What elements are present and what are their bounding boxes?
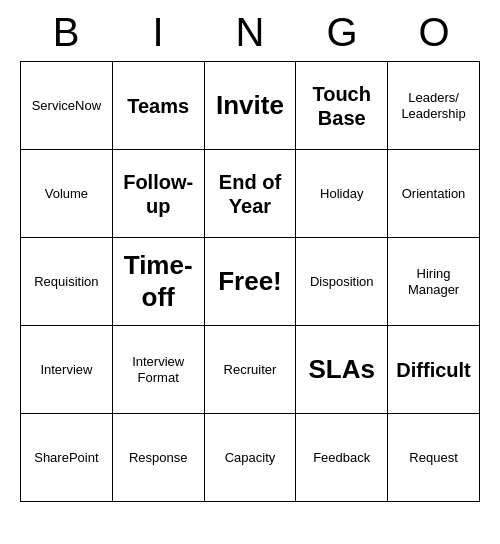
bingo-cell: Follow-up (112, 150, 204, 238)
bingo-cell: Time-off (112, 238, 204, 326)
bingo-cell: Interview (21, 326, 113, 414)
bingo-letter: O (392, 10, 476, 55)
bingo-cell: Touch Base (296, 62, 388, 150)
bingo-cell: Invite (204, 62, 296, 150)
bingo-cell: SLAs (296, 326, 388, 414)
bingo-cell: Difficult (388, 326, 480, 414)
bingo-cell: Request (388, 414, 480, 502)
bingo-cell: Requisition (21, 238, 113, 326)
bingo-cell: Recruiter (204, 326, 296, 414)
bingo-cell: Holiday (296, 150, 388, 238)
bingo-cell: Free! (204, 238, 296, 326)
bingo-cell: Leaders/ Leadership (388, 62, 480, 150)
bingo-cell: Orientation (388, 150, 480, 238)
bingo-cell: End of Year (204, 150, 296, 238)
bingo-letter: B (24, 10, 108, 55)
bingo-cell: Interview Format (112, 326, 204, 414)
bingo-cell: Teams (112, 62, 204, 150)
bingo-cell: Volume (21, 150, 113, 238)
bingo-letter: I (116, 10, 200, 55)
bingo-cell: Feedback (296, 414, 388, 502)
bingo-cell: SharePoint (21, 414, 113, 502)
bingo-cell: Capacity (204, 414, 296, 502)
bingo-header: BINGO (20, 0, 480, 61)
bingo-letter: G (300, 10, 384, 55)
bingo-cell: Disposition (296, 238, 388, 326)
bingo-grid: ServiceNowTeamsInviteTouch BaseLeaders/ … (20, 61, 480, 502)
bingo-letter: N (208, 10, 292, 55)
bingo-cell: ServiceNow (21, 62, 113, 150)
bingo-cell: Response (112, 414, 204, 502)
bingo-cell: Hiring Manager (388, 238, 480, 326)
